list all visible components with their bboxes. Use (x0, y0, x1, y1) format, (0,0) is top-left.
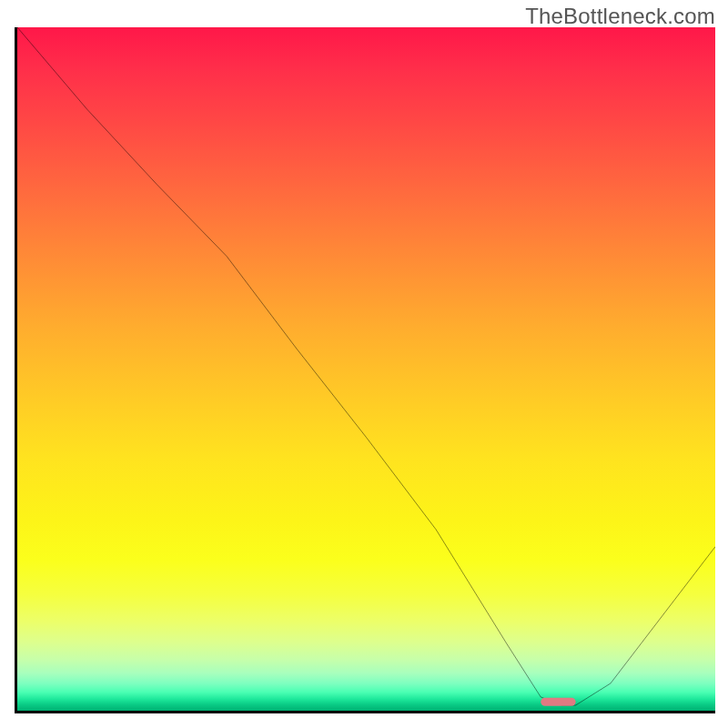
chart-svg (17, 27, 715, 711)
watermark-text: TheBottleneck.com (525, 4, 715, 29)
plot-area (15, 27, 715, 713)
optimal-marker (541, 698, 575, 706)
bottleneck-curve (17, 27, 715, 705)
